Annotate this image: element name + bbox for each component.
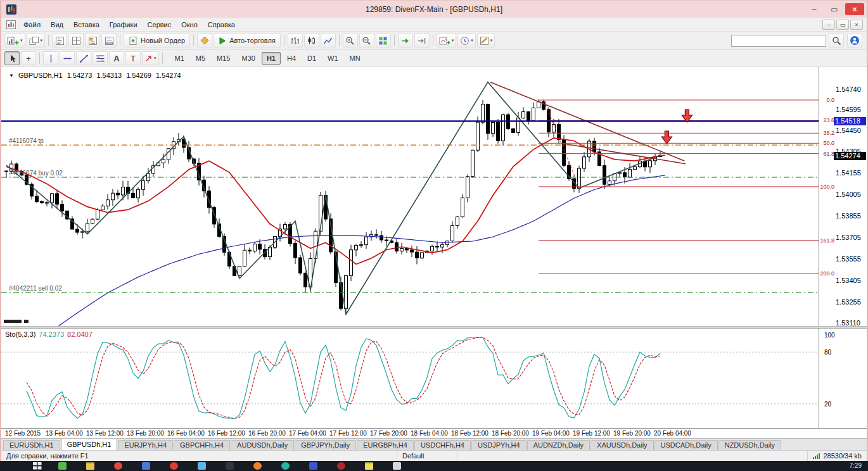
timeframe-m30-button[interactable]: M30 xyxy=(236,52,260,65)
taskbar-app-icon[interactable] xyxy=(58,462,67,470)
menu-window-button[interactable]: Окно xyxy=(176,20,203,30)
templates-button[interactable]: ▾ xyxy=(477,34,495,47)
stochastic-scale[interactable]: 1008020 xyxy=(819,329,867,428)
taskbar-app-icon[interactable] xyxy=(309,462,317,470)
periods-button[interactable]: ▾ xyxy=(457,34,476,47)
market-watch-button[interactable] xyxy=(52,34,67,47)
horizontal-line-button[interactable] xyxy=(60,51,75,65)
navigator-icon xyxy=(88,36,98,46)
vertical-line-button[interactable] xyxy=(43,51,58,65)
fib-level-label: 50.0 xyxy=(819,140,834,146)
timeframe-w1-button[interactable]: W1 xyxy=(322,52,343,65)
taskbar-app-icon[interactable] xyxy=(86,462,94,470)
start-button-icon[interactable] xyxy=(33,462,42,470)
menu-view-button[interactable]: Вид xyxy=(46,20,68,30)
menu-service-button[interactable]: Сервис xyxy=(143,20,177,30)
close-button[interactable]: × xyxy=(845,3,864,15)
chart-tab-gbpjpyh[interactable]: GBPJPYh,Daily xyxy=(295,440,356,450)
main-chart-canvas[interactable]: #4116074 tp#4116074 buy 0.02#4042211 sel… xyxy=(1,67,819,326)
taskbar-app-icon[interactable] xyxy=(365,462,373,470)
taskbar-app-icon[interactable] xyxy=(253,462,262,470)
navigator-button[interactable] xyxy=(85,34,100,47)
chart-shift-icon xyxy=(417,37,426,45)
search-button[interactable] xyxy=(829,34,844,47)
maximize-button[interactable]: ▭ xyxy=(825,3,844,15)
search-input[interactable] xyxy=(731,35,826,47)
status-spacer xyxy=(457,451,808,461)
community-button[interactable] xyxy=(847,34,862,47)
taskbar-app-icon[interactable] xyxy=(198,462,206,470)
taskbar-app-icon[interactable] xyxy=(281,462,290,470)
chart-tab-nzdusdh[interactable]: NZDUSDh,Daily xyxy=(718,440,781,450)
taskbar-app-icon[interactable] xyxy=(170,462,178,470)
mdi-close-button[interactable]: × xyxy=(850,20,863,30)
candle-chart-button[interactable] xyxy=(304,34,319,47)
text-button[interactable]: A xyxy=(109,51,124,65)
chart-tab-audnzdh[interactable]: AUDNZDh,Daily xyxy=(527,440,590,450)
chart-tab-usdchfh[interactable]: USDCHFh,H4 xyxy=(414,440,471,450)
taskbar-app-icon[interactable] xyxy=(337,462,345,470)
taskbar-app-icon[interactable] xyxy=(226,462,234,470)
cursor-button[interactable] xyxy=(4,51,20,65)
fibonacci-button[interactable] xyxy=(93,51,108,65)
mdi-minimize-button[interactable]: – xyxy=(822,20,835,30)
label-button[interactable]: T xyxy=(125,51,141,65)
minimize-button[interactable]: – xyxy=(805,3,824,15)
zoom-in-button[interactable] xyxy=(343,34,358,47)
mdi-restore-button[interactable]: ▭ xyxy=(836,20,849,30)
taskbar-apps xyxy=(58,462,401,470)
market-button[interactable] xyxy=(197,34,212,47)
timeframe-m1-button[interactable]: M1 xyxy=(170,52,189,65)
chart-tab-xauusdh[interactable]: XAUUSDh,Daily xyxy=(590,440,653,450)
chart-tab-eurusdh[interactable]: EURUSDh,H1 xyxy=(3,440,60,450)
taskbar-app-icon[interactable] xyxy=(142,462,150,470)
crosshair-button[interactable]: + xyxy=(21,51,36,65)
arrows-button[interactable]: ▾ xyxy=(142,51,159,65)
status-profile[interactable]: Default xyxy=(397,451,457,461)
chart-tab-eurjpyh[interactable]: EURJPYh,H4 xyxy=(118,440,173,450)
menu-file-button[interactable]: Файл xyxy=(18,20,46,30)
time-axis[interactable]: 12 Feb 201513 Feb 04:0013 Feb 12:0013 Fe… xyxy=(1,428,867,438)
menu-charts-button[interactable]: Графики xyxy=(105,20,143,30)
taskbar-app-icon[interactable] xyxy=(114,462,122,470)
menu-help-button[interactable]: Справка xyxy=(203,20,240,30)
indicators-button[interactable]: ▾ xyxy=(437,34,457,47)
zoom-out-button[interactable] xyxy=(359,34,374,47)
profiles-button[interactable]: ▾ xyxy=(27,34,46,47)
chart-shift-button[interactable] xyxy=(414,34,430,47)
app-logo-icon xyxy=(6,4,16,15)
taskbar-clock[interactable]: 7:29 xyxy=(850,462,862,469)
trendline-button[interactable] xyxy=(76,51,91,65)
chart-tab-eurgbph[interactable]: EURGBPh,H4 xyxy=(357,440,414,450)
auto-scroll-button[interactable] xyxy=(398,34,413,47)
chart-tab-usdcadh[interactable]: USDCADh,Daily xyxy=(654,440,718,450)
chart-tab-gbpusdh[interactable]: GBPUSDh,H1 xyxy=(61,438,118,450)
timeframe-d1-button[interactable]: D1 xyxy=(302,52,321,65)
price-scale-label: 1.53405 xyxy=(836,277,861,285)
autotrade-button[interactable]: Авто-торговля xyxy=(214,34,281,47)
timeframe-m15-button[interactable]: M15 xyxy=(212,52,235,65)
timeframe-h1-button[interactable]: H1 xyxy=(262,52,281,65)
chart-tab-usdjpyh[interactable]: USDJPYh,H4 xyxy=(471,440,527,450)
chart-tab-audusdh[interactable]: AUDUSDh,Daily xyxy=(231,440,294,450)
data-window-button[interactable] xyxy=(68,34,84,47)
taskbar-app-icon[interactable] xyxy=(393,462,401,470)
line-chart-button[interactable] xyxy=(321,34,336,47)
stochastic-canvas[interactable] xyxy=(1,329,819,427)
timeframe-m5-button[interactable]: M5 xyxy=(191,52,210,65)
chart-close-value: 1.54274 xyxy=(156,72,181,79)
menu-insert-button[interactable]: Вставка xyxy=(68,20,105,30)
new-chart-button[interactable]: ▾ xyxy=(4,34,25,47)
terminal-button[interactable] xyxy=(101,34,117,47)
price-scale[interactable]: 1.547401.545951.544501.543051.541551.540… xyxy=(819,67,867,326)
time-axis-label: 13 Feb 20:00 xyxy=(127,430,164,437)
bar-chart-button[interactable] xyxy=(288,34,303,47)
tile-windows-button[interactable] xyxy=(376,34,391,47)
timeframe-mn-button[interactable]: MN xyxy=(345,52,366,65)
timeframe-h4-button[interactable]: H4 xyxy=(282,52,301,65)
fib-level-label: 0.0 xyxy=(819,97,834,103)
new-order-button[interactable]: Новый Ордер xyxy=(124,34,190,47)
chart-tab-gbpchfh[interactable]: GBPCHFh,H4 xyxy=(174,440,230,450)
menu-items: ФайлВидВставкаГрафикиСервисОкноСправка xyxy=(18,20,240,30)
oneclick-arrow-icon[interactable]: ▼ xyxy=(9,73,14,78)
